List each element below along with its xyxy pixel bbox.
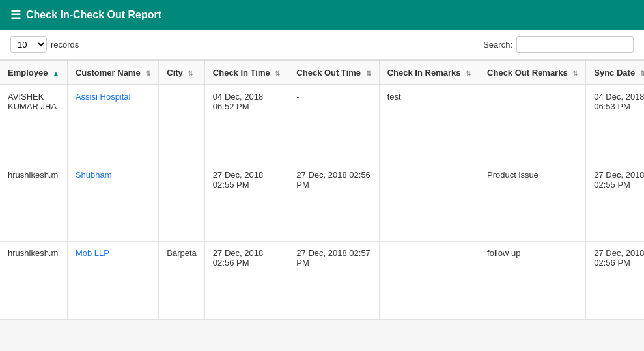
page-title: Check In-Check Out Report	[26, 9, 161, 21]
cell-check_out_remarks	[479, 85, 586, 163]
cell-check_out_time: 27 Dec, 2018 02:56 PM	[288, 163, 379, 241]
col-check-out-time[interactable]: Check Out Time ⇅	[288, 61, 379, 85]
sort-icon-checkin: ⇅	[275, 70, 280, 77]
cell-employee: AVISHEK KUMAR JHA	[0, 85, 67, 163]
col-check-in-time[interactable]: Check In Time ⇅	[204, 61, 288, 85]
cell-check_in_remarks	[379, 241, 479, 319]
toolbar: 10 25 50 100 records Search:	[0, 30, 644, 60]
cell-customer_name[interactable]: Mob LLP	[67, 241, 158, 319]
cell-city: Barpeta	[159, 241, 205, 319]
sort-icon-customer: ⇅	[145, 70, 150, 77]
cell-city	[159, 163, 205, 241]
cell-check_out_time: -	[288, 85, 379, 163]
sort-icon-checkout: ⇅	[366, 70, 371, 77]
cell-check_in_remarks: test	[379, 85, 479, 163]
col-city[interactable]: City ⇅	[159, 61, 205, 85]
link-customer_name[interactable]: Assisi Hospital	[76, 92, 131, 102]
sort-icon-sync: ⇅	[640, 70, 644, 77]
header-icon: ☰	[10, 8, 21, 22]
col-check-in-remarks[interactable]: Check In Remarks ⇅	[379, 61, 479, 85]
link-customer_name[interactable]: Shubham	[76, 170, 112, 180]
cell-employee: hrushikesh.m	[0, 163, 67, 241]
page-header: ☰ Check In-Check Out Report	[0, 0, 644, 30]
col-sync-date[interactable]: Sync Date ⇅	[586, 61, 644, 85]
toolbar-left: 10 25 50 100 records	[10, 36, 79, 53]
cell-check_out_time: 27 Dec, 2018 02:57 PM	[288, 241, 379, 319]
search-label: Search:	[483, 40, 512, 49]
toolbar-right: Search:	[483, 36, 634, 53]
cell-customer_name[interactable]: Shubham	[67, 163, 158, 241]
col-check-out-remarks[interactable]: Check Out Remarks ⇅	[479, 61, 586, 85]
cell-city	[159, 85, 205, 163]
table-body: AVISHEK KUMAR JHAAssisi Hospital04 Dec, …	[0, 85, 644, 319]
data-table: Employee ▲ Customer Name ⇅ City ⇅ Check …	[0, 60, 644, 320]
records-label: records	[51, 40, 79, 49]
table-row: AVISHEK KUMAR JHAAssisi Hospital04 Dec, …	[0, 85, 644, 163]
cell-sync_date: 04 Dec, 2018 06:53 PM	[586, 85, 644, 163]
table-row: hrushikesh.mMob LLPBarpeta27 Dec, 2018 0…	[0, 241, 644, 319]
cell-sync_date: 27 Dec, 2018 02:56 PM	[586, 241, 644, 319]
cell-employee: hrushikesh.m	[0, 241, 67, 319]
cell-sync_date: 27 Dec, 2018 02:55 PM	[586, 163, 644, 241]
col-customer-name[interactable]: Customer Name ⇅	[67, 61, 158, 85]
cell-check_in_time: 27 Dec, 2018 02:55 PM	[204, 163, 288, 241]
col-employee[interactable]: Employee ▲	[0, 61, 67, 85]
table-row: hrushikesh.mShubham27 Dec, 2018 02:55 PM…	[0, 163, 644, 241]
sort-icon-checkin-remarks: ⇅	[466, 70, 471, 77]
sort-icon-employee: ▲	[53, 70, 59, 77]
cell-customer_name[interactable]: Assisi Hospital	[67, 85, 158, 163]
cell-check_out_remarks: follow up	[479, 241, 586, 319]
records-per-page-select[interactable]: 10 25 50 100	[10, 36, 47, 53]
sort-icon-checkout-remarks: ⇅	[572, 70, 578, 77]
table-header-row: Employee ▲ Customer Name ⇅ City ⇅ Check …	[0, 61, 644, 85]
cell-check_in_time: 27 Dec, 2018 02:56 PM	[204, 241, 288, 319]
cell-check_in_time: 04 Dec, 2018 06:52 PM	[204, 85, 288, 163]
search-input[interactable]	[516, 36, 634, 53]
table-container: Employee ▲ Customer Name ⇅ City ⇅ Check …	[0, 60, 644, 320]
cell-check_in_remarks	[379, 163, 479, 241]
cell-check_out_remarks: Product issue	[479, 163, 586, 241]
sort-icon-city: ⇅	[188, 70, 193, 77]
link-customer_name[interactable]: Mob LLP	[76, 248, 109, 258]
